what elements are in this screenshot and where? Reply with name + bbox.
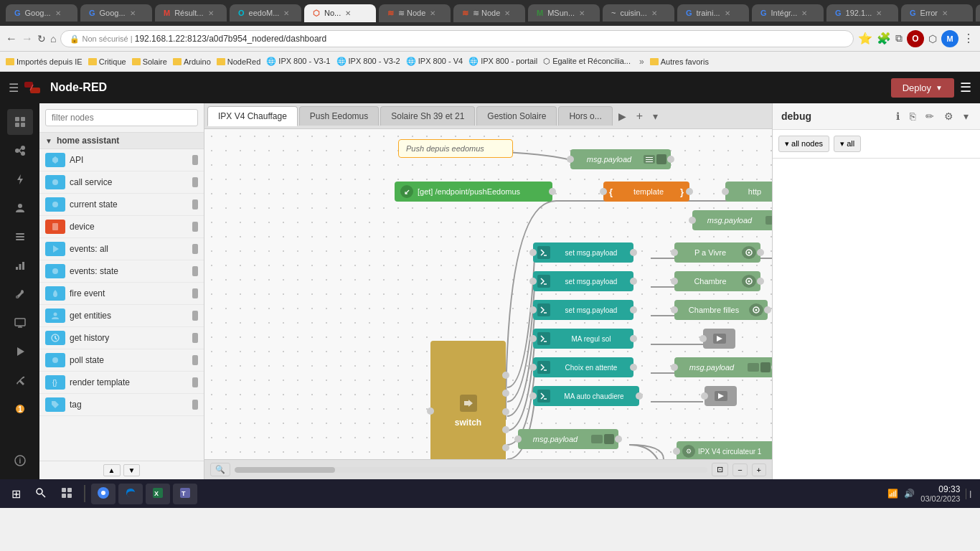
tab-options[interactable]: ▾ — [649, 109, 662, 123]
taskbar-chrome[interactable] — [91, 484, 116, 504]
node-current-state[interactable]: current state — [39, 194, 204, 216]
node-output-auto[interactable] — [705, 386, 737, 406]
debug-all-filter[interactable]: ▾ all — [834, 136, 861, 152]
nodes-search-input[interactable] — [45, 109, 198, 126]
zoom-fit-btn[interactable]: ⊡ — [712, 463, 728, 476]
tab-close13[interactable]: ✕ — [942, 9, 948, 17]
canvas-wrapper[interactable]: Push depuis eedomus msg.payload — [204, 129, 772, 479]
node-ma-auto-chaudiere[interactable]: MA auto chaudiere — [533, 386, 639, 406]
node-msg-payload-2[interactable]: msg.payload — [692, 210, 772, 230]
node-events-all[interactable]: events: all — [39, 238, 204, 260]
tray-network[interactable]: 📶 — [887, 489, 898, 499]
tab-gmail[interactable]: M Résult... ✕ — [155, 4, 227, 22]
debug-edit-btn[interactable]: ✏ — [923, 109, 937, 123]
tray-volume[interactable]: 🔊 — [904, 489, 915, 499]
bookmark-ipx-v31[interactable]: 🌐 IPX 800 - V3-1 — [266, 57, 330, 66]
node-msg-payload-bottom[interactable]: msg.payload — [518, 429, 618, 449]
sidebar-toggle-btn[interactable]: ☰ — [9, 81, 19, 95]
node-msg-payload-choix[interactable]: msg.payload — [674, 357, 772, 377]
bookmark-solaire[interactable]: Solaire — [132, 57, 167, 66]
taskview-button[interactable] — [55, 484, 78, 504]
tab-close4[interactable]: ✕ — [283, 9, 289, 17]
taskbar-teams[interactable]: T — [173, 484, 197, 504]
bookmark-ipx-portail[interactable]: 🌐 IPX 800 - portail — [468, 57, 537, 66]
home-button[interactable]: ⌂ — [50, 33, 56, 44]
node-set-msg-3[interactable]: set msg.payload — [533, 300, 633, 320]
tab-192[interactable]: G 192.1... ✕ — [826, 4, 898, 22]
node-get-history[interactable]: get history — [39, 327, 204, 349]
debug-all-nodes-filter[interactable]: ▾ all nodes — [778, 136, 829, 152]
tab-error[interactable]: G Error ✕ — [901, 4, 973, 22]
bookmark-nodered[interactable]: NodeRed — [217, 57, 260, 66]
tab-close2[interactable]: ✕ — [130, 9, 136, 17]
bookmark-ipx-v4[interactable]: 🌐 IPX 800 - V4 — [406, 57, 463, 66]
menu-button[interactable]: ⋮ — [963, 32, 974, 45]
url-bar[interactable]: 🔒 Non sécurisé | 192.168.1.22:8123/a0d7b… — [60, 30, 854, 47]
canvas-scrollbar[interactable] — [235, 467, 707, 473]
sidebar-item-list[interactable] — [7, 224, 33, 250]
debug-info-btn[interactable]: ℹ — [893, 109, 903, 123]
flow-tab-hors[interactable]: Hors o... — [558, 106, 612, 126]
extensions-btn2[interactable]: ⬡ — [928, 33, 937, 44]
node-get-entities[interactable]: get entities — [39, 305, 204, 327]
bookmark-autres[interactable]: Autres favoris — [650, 57, 709, 66]
node-set-msg-1[interactable]: set msg.payload — [533, 242, 633, 263]
node-p-a-vivre[interactable]: P a Vivre — [674, 242, 760, 263]
flow-tab-ipx-v4-chauffage[interactable]: IPX V4 Chauffage — [207, 106, 298, 126]
add-flow-tab[interactable]: + — [632, 108, 647, 124]
scroll-up-btn[interactable]: ▲ — [103, 464, 121, 476]
deploy-button[interactable]: Deploy ▼ — [891, 78, 954, 98]
extensions-button[interactable]: 🧩 — [877, 32, 891, 45]
sidebar-item-grid[interactable] — [7, 109, 33, 135]
node-call-service[interactable]: call service — [39, 171, 204, 194]
tab-close3[interactable]: ✕ — [208, 9, 214, 17]
reload-button[interactable]: ↻ — [37, 33, 46, 44]
search-button[interactable] — [29, 484, 52, 504]
tab-close5[interactable]: ✕ — [345, 9, 351, 17]
tab-node1[interactable]: ≋ ≋ Node ✕ — [379, 4, 451, 22]
tab-eedom[interactable]: O eedoM... ✕ — [230, 4, 301, 22]
bookmark-button[interactable]: ⭐ — [858, 32, 872, 45]
node-ma-regul-sol[interactable]: MA regul sol — [533, 329, 633, 349]
flow-tab-push-eedomus[interactable]: Push Eedomus — [299, 106, 379, 126]
sidebar-item-screen[interactable] — [7, 310, 33, 336]
canvas-search-btn[interactable]: 🔍 — [210, 463, 230, 476]
sidebar-item-chart[interactable] — [7, 253, 33, 278]
node-msg-payload-top[interactable]: msg.payload — [570, 149, 671, 169]
sidebar-item-wrench2[interactable] — [7, 367, 33, 393]
node-fire-event[interactable]: fire event — [39, 283, 204, 305]
node-chambre-filles[interactable]: Chambre filles — [674, 300, 768, 320]
tab-copie[interactable]: G copie ✕ — [976, 4, 980, 22]
node-output-regul[interactable] — [703, 329, 735, 349]
node-get-endpoint[interactable]: ↙ [get] /endpoint/pushEedomus — [395, 182, 552, 202]
node-tag[interactable]: tag — [39, 394, 204, 416]
tab-train[interactable]: G traini... ✕ — [677, 4, 749, 22]
node-comment[interactable]: Push depuis eedomus — [398, 139, 513, 158]
node-poll-state[interactable]: poll state — [39, 349, 204, 372]
tab-close10[interactable]: ✕ — [725, 9, 730, 17]
node-ipx-v4-circ[interactable]: ⚙ IPX V4 circulateur 1 — [677, 441, 772, 461]
tab-close12[interactable]: ✕ — [876, 9, 882, 17]
node-render-template[interactable]: {} render template — [39, 372, 204, 394]
node-choix-en-attente[interactable]: Choix en attente — [533, 357, 633, 377]
node-http[interactable]: http → — [725, 182, 772, 202]
flow-tab-solaire[interactable]: Solaire Sh 39 et 21 — [380, 106, 475, 126]
sidebar-item-info[interactable]: i — [7, 448, 33, 474]
node-api[interactable]: API — [39, 149, 204, 171]
bookmark-critique[interactable]: Critique — [88, 57, 126, 66]
back-button[interactable]: ← — [6, 32, 17, 45]
tab-close[interactable]: ✕ — [55, 9, 61, 17]
bookmark-ie[interactable]: Importés depuis IE — [6, 57, 83, 66]
right-scroll-tab[interactable]: ▶ — [614, 109, 631, 123]
start-button[interactable]: ⊞ — [6, 484, 27, 504]
profile-icon[interactable]: M — [941, 30, 958, 47]
tab-google1[interactable]: G Goog... ✕ — [6, 4, 77, 22]
tab-cuisine[interactable]: ~ cuisin... ✕ — [603, 4, 674, 22]
flow-tab-gestion-solaire[interactable]: Gestion Solaire — [476, 106, 557, 126]
tab-close6[interactable]: ✕ — [430, 9, 435, 17]
canvas[interactable]: Push depuis eedomus msg.payload — [204, 129, 772, 479]
tab-msun[interactable]: M MSun... ✕ — [528, 4, 600, 22]
tab-nodered-active[interactable]: ⬡ No... ✕ — [304, 4, 376, 22]
taskbar-excel[interactable]: X — [146, 484, 170, 504]
taskbar-edge[interactable] — [118, 484, 143, 504]
